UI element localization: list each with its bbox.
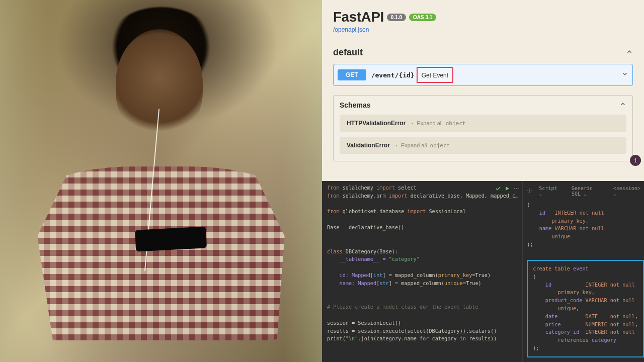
gear-icon[interactable] (527, 188, 532, 195)
oas-badge: OAS 3.1 (409, 14, 436, 21)
schema-type: object (430, 142, 450, 149)
chevron-up-icon[interactable] (619, 101, 626, 110)
script-dropdown[interactable]: Script ⌄ (535, 184, 562, 198)
endpoint-summary-highlight: Get Event (417, 67, 453, 83)
svg-point-1 (516, 188, 517, 189)
sql-ddl-event-highlight: create table event ( id INTEGER not null… (527, 260, 644, 357)
schema-name: HTTPValidationError (347, 120, 406, 127)
photo-figure-head (116, 29, 203, 138)
schema-name: ValidationError (347, 142, 390, 149)
svg-point-3 (529, 190, 530, 192)
ddl-panel: Script ⌄ Generic SQL ⌄ <session> ⌄ ( id … (522, 181, 644, 362)
schemas-title[interactable]: Schemas (340, 101, 370, 109)
chevron-down-icon[interactable] (621, 70, 628, 79)
schema-row-validationerror[interactable]: ValidationError ⌄ Expand all object (340, 137, 626, 154)
session-dropdown[interactable]: <session> ⌄ (610, 184, 644, 198)
endpoint-row-get-event[interactable]: GET /event/{id} Get Event (333, 64, 633, 86)
ide-panel: from sqlalchemy import select from sqlal… (322, 181, 644, 362)
swagger-docs-panel: FastAPI 0.1.0 OAS 3.1 /openapi.json defa… (322, 0, 644, 181)
python-code: from sqlalchemy import select from sqlal… (327, 184, 518, 343)
sql-ddl-top: ( id INTEGER not null primary key, name … (527, 201, 644, 249)
version-badge: 0.1.0 (387, 14, 406, 21)
openapi-json-link[interactable]: /openapi.json (333, 26, 633, 33)
code-editor[interactable]: from sqlalchemy import select from sqlal… (322, 181, 522, 362)
run-icon[interactable] (504, 184, 510, 194)
api-title: FastAPI (333, 9, 384, 25)
more-icon[interactable] (513, 184, 519, 194)
notification-badge[interactable]: 1 (630, 155, 641, 166)
chevron-right-icon: ⌄ (393, 144, 398, 147)
sql-ddl-event: create table event ( id INTEGER not null… (533, 265, 638, 352)
tag-default[interactable]: default (333, 47, 363, 58)
endpoint-summary: Get Event (422, 72, 448, 79)
svg-point-2 (518, 188, 519, 189)
http-method-badge: GET (338, 69, 366, 80)
chevron-up-icon[interactable] (626, 48, 633, 57)
endpoint-path: /event/{id} (371, 71, 415, 79)
photo-figure-phone (135, 226, 207, 251)
schema-type: object (446, 120, 466, 127)
expand-all-link[interactable]: Expand all (417, 120, 442, 126)
photo-figure-shirt (32, 166, 290, 340)
schemas-section: Schemas HTTPValidationError ⌄ Expand all… (333, 95, 633, 161)
check-icon (495, 184, 501, 194)
expand-all-link[interactable]: Expand all (401, 142, 427, 148)
schema-row-httpvalidationerror[interactable]: HTTPValidationError ⌄ Expand all object (340, 115, 626, 132)
svg-point-0 (514, 188, 515, 189)
hero-photo (0, 0, 322, 362)
chevron-right-icon: ⌄ (409, 122, 414, 125)
dialect-dropdown[interactable]: Generic SQL ⌄ (568, 184, 607, 198)
